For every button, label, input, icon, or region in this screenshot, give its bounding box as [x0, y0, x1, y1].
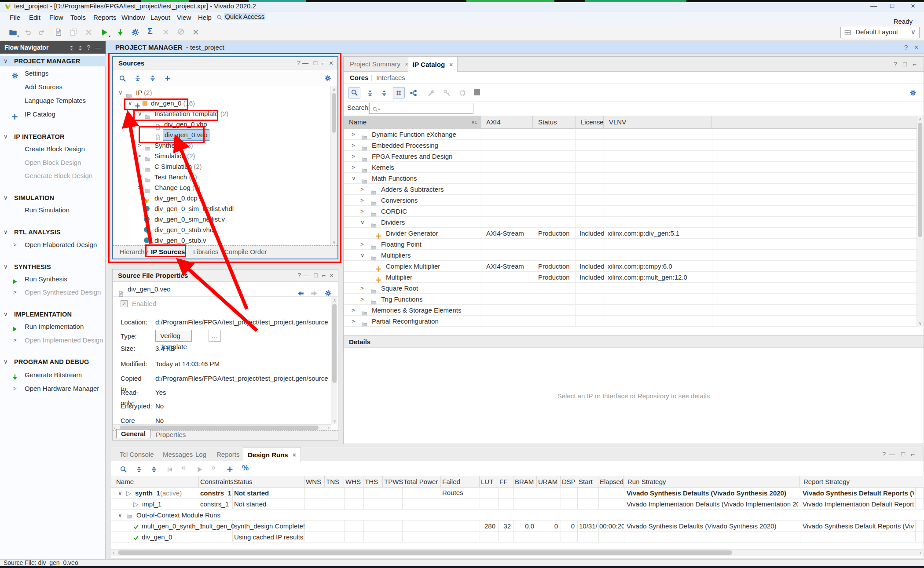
chevron-right-icon[interactable]: > [360, 294, 364, 305]
menu-tools[interactable]: Tools [70, 14, 86, 21]
sidebar-section-rtl-analysis[interactable]: ∨RTL ANALYSIS [0, 227, 106, 237]
design-runs-scrollbar[interactable]: ‹› [111, 549, 923, 556]
collapse-all-icon[interactable] [136, 465, 143, 473]
minimize-button[interactable]: — [870, 2, 877, 9]
catalog-row-square-root[interactable]: >Square Root [344, 283, 917, 294]
column-start[interactable]: Start [577, 476, 598, 488]
tab-libraries[interactable]: Libraries [193, 246, 219, 258]
sidebar-item-create-block-design[interactable]: Create Block Design [0, 144, 106, 154]
help-icon[interactable]: ? [87, 41, 90, 54]
sidebar-section-simulation[interactable]: ∨SIMULATION [0, 193, 106, 203]
layout-selector[interactable]: Default Layout ∨ [840, 27, 920, 38]
maximize-icon[interactable]: □ [314, 57, 317, 69]
tab-compile-order[interactable]: Compile Order [224, 246, 267, 258]
catalog-row-conversions[interactable]: >Conversions [344, 195, 917, 206]
close-icon[interactable]: × [330, 269, 334, 281]
tab-general[interactable]: General [116, 429, 150, 438]
chevron-right-icon[interactable]: > [352, 316, 355, 327]
chevron-down-icon[interactable]: ∨ [118, 510, 122, 521]
tab-reports[interactable]: Reports [212, 447, 244, 462]
catalog-row-adders[interactable]: >Adders & Subtracters [344, 184, 917, 195]
delete-icon[interactable] [84, 28, 93, 37]
tree-row-change-log[interactable]: >Change Log (1) [113, 182, 330, 193]
help-icon[interactable]: ? [297, 57, 301, 69]
tree-row-sim-netlist-v[interactable]: div_gen_0_sim_netlist.v [113, 214, 330, 225]
sfp-header[interactable]: Source File Properties ? — □ ⌐ × [113, 269, 338, 282]
chevron-right-icon[interactable]: > [138, 172, 141, 182]
chevron-down-icon[interactable]: ∨ [118, 87, 123, 98]
tree-row-stub-vhdl[interactable]: div_gen_0_stub.vhdl [113, 225, 330, 235]
catalog-row-multiplier[interactable]: MultiplierProductionIncludedxilinx.com:i… [344, 272, 917, 283]
sidebar-item-run-synthesis[interactable]: Run Synthesis [0, 274, 106, 284]
help-icon[interactable]: ? [297, 269, 301, 281]
catalog-row-cordic[interactable]: >CORDIC [344, 206, 917, 217]
sidebar-section-synthesis[interactable]: ∨SYNTHESIS [0, 262, 106, 272]
chevron-down-icon[interactable]: ∨ [360, 217, 365, 228]
column-vlnv[interactable]: VLNV [604, 116, 712, 129]
catalog-row-dividers[interactable]: ∨Dividers [344, 217, 917, 228]
chevron-right-icon[interactable]: > [352, 151, 355, 162]
chevron-right-icon[interactable]: > [138, 140, 141, 151]
column-name[interactable]: Name [111, 476, 199, 488]
close-icon[interactable]: × [914, 41, 918, 54]
undo-icon[interactable] [23, 28, 33, 37]
catalog-row-kernels[interactable]: >Kernels [344, 162, 917, 173]
column-whs[interactable]: WHS [344, 476, 363, 488]
chevron-right-icon[interactable]: > [138, 151, 141, 161]
sidebar-item-run-implementation[interactable]: Run Implementation [0, 321, 106, 332]
catalog-row-fpga-features[interactable]: >FPGA Features and Design [344, 151, 917, 162]
tree-row-simulation[interactable]: >Simulation (2) [113, 151, 330, 161]
tree-row-div-gen-0-veo[interactable]: div_gen_0.veo [113, 130, 330, 140]
tree-row-stub-v[interactable]: div_gen_0_stub.v [113, 235, 330, 246]
catalog-row-multipliers[interactable]: ∨Multipliers [344, 250, 917, 261]
subtab-cores[interactable]: Cores [350, 72, 369, 84]
sources-scrollbar[interactable]: ∧∨ [330, 86, 337, 245]
tab-project-summary[interactable]: Project Summary× [345, 57, 413, 72]
search-input[interactable]: ▾ [369, 103, 473, 114]
catalog-row-memories[interactable]: >Memories & Storage Elements [344, 305, 917, 316]
create-run-icon[interactable] [226, 465, 234, 473]
menu-help[interactable]: Help [198, 14, 212, 21]
enabled-checkbox[interactable]: ✓ [121, 300, 128, 307]
type-dropdown[interactable]: Verilog Template [155, 330, 192, 342]
chevron-right-icon[interactable]: > [360, 283, 364, 294]
column-tns[interactable]: TNS [325, 476, 344, 488]
maximize-icon[interactable]: □ [901, 450, 905, 458]
tab-properties[interactable]: Properties [156, 431, 186, 438]
catalog-row-divider-generator[interactable]: Divider GeneratorAXI4-StreamProductionIn… [344, 228, 917, 239]
report-sigma-icon[interactable]: Σ [145, 26, 155, 36]
chevron-down-icon[interactable]: ∨ [352, 173, 356, 184]
sidebar-item-ip-catalog[interactable]: IP Catalog [0, 109, 106, 120]
percent-icon[interactable]: % [242, 464, 249, 473]
column-name[interactable]: Name∧1 [344, 116, 481, 129]
expand-all-icon[interactable] [150, 465, 158, 473]
tree-row-sim-netlist-vhdl[interactable]: div_gen_0_sim_netlist.vhdl [113, 204, 330, 214]
document-icon[interactable] [54, 28, 63, 37]
close-button[interactable]: × [911, 2, 915, 11]
column-wns[interactable]: WNS [304, 476, 325, 488]
column-report-strategy[interactable]: Report Strategy [800, 476, 915, 488]
expand-all-icon[interactable] [381, 89, 388, 97]
menu-view[interactable]: View [177, 14, 191, 21]
tree-row-c-simulation[interactable]: C Simulation (2) [113, 161, 330, 172]
maximize-button[interactable]: □ [890, 2, 894, 9]
chevron-down-icon[interactable]: ∨ [118, 488, 122, 499]
column-total-power[interactable]: Total Power [402, 476, 441, 488]
help-icon[interactable]: ? [882, 450, 886, 458]
gear-icon[interactable] [324, 74, 331, 82]
maximize-icon[interactable]: □ [903, 60, 907, 68]
float-icon[interactable]: ⌐ [322, 269, 326, 281]
type-more-button[interactable]: … [209, 330, 221, 342]
run-row-impl-1[interactable]: ▷ impl_1 constrs_1 Not started Vivado Im… [111, 499, 924, 510]
tree-row-ip[interactable]: ∨IP (2) [113, 87, 330, 98]
catalog-row-floating-point[interactable]: >Floating Point [344, 239, 917, 250]
run-row-mult-gen-0-synth-1[interactable]: mult_gen_0_synth_1 mult_gen_0 synth_desi… [111, 521, 924, 532]
menu-window[interactable]: Window [121, 14, 145, 21]
sidebar-item-language-templates[interactable]: Language Templates [0, 95, 106, 106]
open-project-button[interactable]: ▾ [8, 28, 18, 37]
column-ff[interactable]: FF [498, 476, 513, 488]
add-repository-icon[interactable] [410, 88, 417, 97]
collapse-all-icon[interactable] [134, 74, 141, 82]
sidebar-section-ip-integrator[interactable]: ∨IP INTEGRATOR [0, 131, 106, 142]
sidebar-item-generate-bitstream[interactable]: Generate Bitstream [0, 370, 106, 380]
